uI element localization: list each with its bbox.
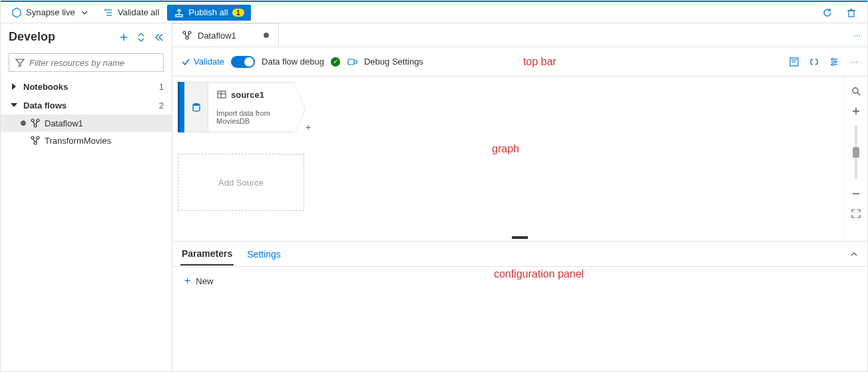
svg-point-26 <box>186 37 188 39</box>
add-resource-button[interactable] <box>118 32 129 43</box>
tree-node-notebooks[interactable]: Notebooks 1 <box>1 77 172 96</box>
svg-marker-11 <box>16 59 24 67</box>
sidebar: Develop Notebooks 1 Data flows 2 Dataflo… <box>1 23 172 371</box>
filter-icon <box>15 57 25 68</box>
tree-label: Data flows <box>23 100 155 110</box>
chevron-down-icon <box>9 100 19 110</box>
svg-rect-29 <box>348 59 354 65</box>
svg-line-28 <box>188 34 189 37</box>
source-node[interactable]: source1 Import data from MoviesDB <box>178 82 295 132</box>
svg-point-19 <box>31 136 34 139</box>
tab-dataflow1[interactable]: Dataflow1 <box>172 23 279 47</box>
dataflow-topbar: Validate Data flow debug ✓ Debug Setting… <box>172 47 867 77</box>
svg-line-18 <box>36 122 37 124</box>
svg-rect-40 <box>218 91 226 98</box>
check-icon <box>180 57 191 67</box>
collapse-panel-icon[interactable] <box>849 249 859 260</box>
zoom-out-icon[interactable] <box>851 188 861 199</box>
tree-child-label: TransformMovies <box>45 136 111 146</box>
node-description: Import data from MoviesDB <box>216 109 286 125</box>
settings-icon[interactable] <box>829 57 839 67</box>
svg-line-27 <box>185 34 186 37</box>
svg-marker-0 <box>13 8 21 17</box>
zoom-in-icon[interactable] <box>851 106 861 116</box>
chevron-right-icon <box>9 81 19 92</box>
filter-input[interactable] <box>29 58 158 68</box>
svg-line-44 <box>857 93 860 95</box>
node-title-row: source1 <box>216 89 286 100</box>
fit-screen-icon[interactable] <box>851 208 861 219</box>
collapse-sidebar-icon[interactable] <box>153 32 164 43</box>
discard-button[interactable] <box>841 5 862 21</box>
annotation-topbar: top bar <box>523 56 556 68</box>
debug-settings-button[interactable]: Debug Settings <box>364 57 423 67</box>
config-tab-settings[interactable]: Settings <box>246 244 282 265</box>
svg-point-14 <box>31 119 34 122</box>
node-icon-box <box>184 82 208 132</box>
config-tab-parameters[interactable]: Parameters <box>180 243 234 266</box>
content-area: Dataflow1 ··· Validate Data flow debug ✓… <box>172 23 867 371</box>
node-handle[interactable] <box>178 82 184 132</box>
app-toolbar: Synapse live Validate all Publish all 1 <box>1 1 867 23</box>
svg-line-17 <box>33 122 35 124</box>
expand-all-icon[interactable] <box>136 32 146 43</box>
svg-point-39 <box>193 103 200 106</box>
debug-toggle[interactable] <box>231 56 255 68</box>
svg-point-24 <box>183 31 186 34</box>
panel-splitter[interactable] <box>172 238 867 241</box>
svg-point-37 <box>835 61 837 63</box>
zoom-slider[interactable] <box>855 126 857 179</box>
node-title: source1 <box>231 90 264 100</box>
publish-badge: 1 <box>232 9 244 17</box>
tab-title: Dataflow1 <box>198 31 236 41</box>
dataflow-icon <box>30 118 41 128</box>
tab-more-button[interactable]: ··· <box>847 23 867 47</box>
search-icon[interactable] <box>851 86 861 96</box>
add-source-button[interactable]: Add Source <box>178 154 304 211</box>
dirty-indicator-icon <box>264 33 269 38</box>
validate-button[interactable]: Validate <box>180 57 224 67</box>
code-icon[interactable] <box>809 57 819 67</box>
workspace-label: Synapse live <box>26 7 75 17</box>
more-icon[interactable]: ··· <box>849 57 859 67</box>
svg-line-22 <box>33 139 35 142</box>
database-icon <box>191 102 202 112</box>
tree-child-transformmovies[interactable]: TransformMovies <box>1 132 172 149</box>
debug-label: Data flow debug <box>262 57 324 67</box>
refresh-icon <box>822 7 833 18</box>
svg-point-16 <box>34 124 37 127</box>
sidebar-title: Develop <box>9 30 113 44</box>
svg-marker-13 <box>11 103 17 107</box>
tree-label: Notebooks <box>23 82 155 92</box>
dataflow-icon <box>182 30 192 41</box>
svg-rect-6 <box>849 11 854 17</box>
graph-canvas[interactable]: source1 Import data from MoviesDB + Add … <box>172 77 843 238</box>
script-view-icon[interactable] <box>789 57 799 67</box>
filter-box[interactable] <box>9 53 164 72</box>
configuration-panel: Parameters Settings configuration panel … <box>172 241 867 371</box>
workspace-dropdown[interactable]: Synapse live <box>6 5 95 21</box>
publish-all-label: Publish all <box>188 7 228 17</box>
validate-label: Validate <box>194 57 224 67</box>
svg-point-21 <box>34 142 37 144</box>
tabbar: Dataflow1 ··· <box>172 23 867 47</box>
tree-count: 2 <box>159 100 164 110</box>
trash-icon <box>846 7 857 18</box>
validate-all-button[interactable]: Validate all <box>98 5 165 21</box>
upload-icon <box>174 7 184 18</box>
annotation-graph: graph <box>492 143 519 155</box>
tree-child-dataflow1[interactable]: Dataflow1 <box>1 114 172 132</box>
add-transform-button[interactable]: + <box>306 122 311 132</box>
publish-all-button[interactable]: Publish all 1 <box>167 5 250 21</box>
debug-session-icon[interactable] <box>347 57 357 67</box>
new-label: New <box>196 276 213 286</box>
validate-all-label: Validate all <box>118 7 160 17</box>
chevron-down-icon <box>79 7 90 18</box>
new-parameter-button[interactable]: + New <box>184 275 855 287</box>
refresh-button[interactable] <box>817 5 838 21</box>
svg-point-25 <box>188 31 191 34</box>
svg-point-38 <box>832 63 834 65</box>
zoom-handle[interactable] <box>853 147 859 158</box>
plus-icon: + <box>184 275 190 287</box>
tree-node-dataflows[interactable]: Data flows 2 <box>1 96 172 114</box>
